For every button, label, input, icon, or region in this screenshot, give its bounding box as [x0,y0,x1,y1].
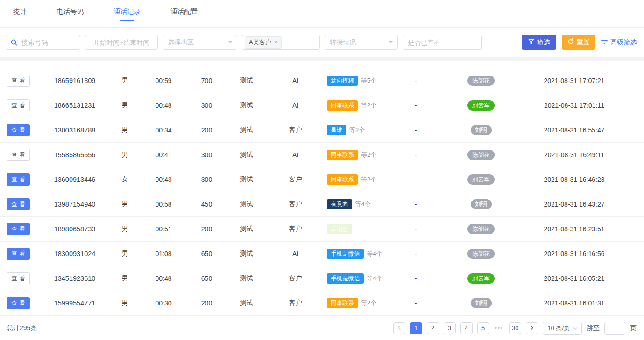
intent-tag: 同事联系 [327,100,358,111]
task-name: 测试 [229,101,264,110]
funnel-icon [528,39,534,46]
agent-badge: 刘明 [471,298,492,308]
date-range-input[interactable] [85,35,158,50]
transfer-select[interactable]: 转接情况 [325,35,398,50]
task-name: 测试 [229,175,264,184]
gender: 男 [107,126,142,134]
jump-to-label: 跳至 [587,324,600,333]
intent-tag: 同事联系 [327,298,358,308]
view-button[interactable]: 查看 [7,223,30,235]
page-button-1[interactable]: 1 [410,322,422,334]
table-row: 查看 13987154940 男 00:58 450 测试 客户 有意向等4个 … [0,192,644,217]
task-name: 测试 [229,250,264,258]
page-button-5[interactable]: 5 [477,322,489,334]
intent-tag: 同事联系 [327,150,358,160]
table-row: 查看 18665131231 男 00:48 300 测试 AI 同事联系等2个… [0,93,644,118]
answerer: 客户 [264,274,327,283]
task-name: 测试 [229,200,264,208]
jump-page-input[interactable] [604,322,625,335]
page-button-2[interactable]: 2 [427,322,439,334]
phone-number: 13451923610 [42,275,107,282]
view-button[interactable]: 查看 [7,149,30,161]
filter-button-label: 筛选 [537,38,550,47]
region-select[interactable]: 选择地区 [163,35,237,50]
reset-button[interactable]: 重置 [562,35,595,50]
customer-type-tag-label: A类客户 [249,38,271,47]
chevron-down-icon [228,41,232,43]
answerer: 客户 [264,126,327,134]
cost: 700 [184,77,229,84]
filter-button[interactable]: 筛选 [522,35,556,50]
chevron-left-icon [397,325,401,332]
page-size-select[interactable]: 10 条/页 [543,322,582,335]
tag-count: 等2个 [361,299,376,307]
answerer: AI [264,102,327,109]
tag-count: 等5个 [361,76,376,85]
table-row: 查看 13600913446 女 00:43 300 测试 客户 同事联系等2个… [0,167,644,192]
duration: 00:43 [142,176,184,183]
view-button[interactable]: 查看 [7,297,30,309]
advanced-filter-link[interactable]: 高级筛选 [601,38,637,47]
gender: 男 [107,151,142,159]
view-button[interactable]: 查看 [7,75,30,87]
page-button-3[interactable]: 3 [444,322,456,334]
view-button[interactable]: 查看 [7,272,30,284]
view-button[interactable]: 查看 [7,99,30,111]
phone-number: 18980658733 [42,225,107,233]
filter-bar: 选择地区 A类客户 × 转接情况 筛选 重置 高级筛选 [0,28,644,57]
phone-number: 15585865656 [42,151,107,159]
page-button-30[interactable]: 30 [509,322,521,334]
duration: 01:08 [142,250,184,257]
search-icon [10,39,18,46]
more-pages-ellipsis[interactable]: ••• [495,325,504,332]
task-name: 测试 [229,126,264,134]
gender: 男 [107,76,142,85]
transfer-status: - [402,299,430,307]
chevron-down-icon [389,41,393,43]
answerer: 客户 [264,200,327,208]
customer-type-tag: A类客户 × [245,36,282,49]
view-button[interactable]: 查看 [7,173,30,186]
view-button[interactable]: 查看 [7,248,30,260]
answerer: AI [264,250,327,257]
duration: 00:58 [142,201,184,208]
tab-call-config[interactable]: 通话配置 [170,7,198,22]
prev-page-button[interactable] [393,322,405,334]
table-row: 查看 15999554771 男 00:30 200 测试 客户 同事联系等2个… [0,291,644,316]
answerer: 客户 [264,299,327,307]
viewed-input[interactable] [403,35,482,50]
gender: 男 [107,250,142,258]
cost: 650 [184,250,229,257]
page-button-4[interactable]: 4 [460,322,473,334]
view-button[interactable]: 查看 [7,198,30,210]
tag-count: 等4个 [355,200,371,208]
view-button[interactable]: 查看 [7,124,30,136]
cost: 200 [184,126,229,134]
tab-statistics[interactable]: 统计 [13,7,27,22]
page-unit-label: 页 [630,324,637,333]
table-footer: 总计295条 1 2 3 4 5 ••• 30 10 条/页 跳至 页 [0,316,644,340]
customer-type-select[interactable]: A类客户 × [242,35,320,50]
agent-badge: 刘云军 [467,100,495,111]
next-page-button[interactable] [526,322,538,334]
gender: 男 [107,299,142,307]
remove-tag-icon[interactable]: × [274,39,278,46]
transfer-select-placeholder: 转接情况 [330,38,356,47]
duration: 00:48 [142,275,184,282]
tab-phone-numbers[interactable]: 电话号码 [57,7,84,22]
call-time: 2021-08-31 16:23:51 [532,225,644,233]
tab-call-records[interactable]: 通话记录 [113,7,141,22]
tag-count: 等2个 [361,151,376,159]
duration: 00:41 [142,151,184,159]
refresh-icon [567,38,574,46]
reset-button-label: 重置 [577,38,590,47]
answerer: AI [264,151,327,159]
phone-number: 18659161309 [42,77,107,84]
transfer-status: - [402,77,430,84]
intent-tag: 是谁 [327,125,346,135]
call-time: 2021-08-31 16:43:27 [532,201,644,208]
table-header-band [0,57,644,61]
answerer: 客户 [264,225,327,233]
cost: 650 [184,275,229,282]
transfer-status: - [402,176,430,183]
